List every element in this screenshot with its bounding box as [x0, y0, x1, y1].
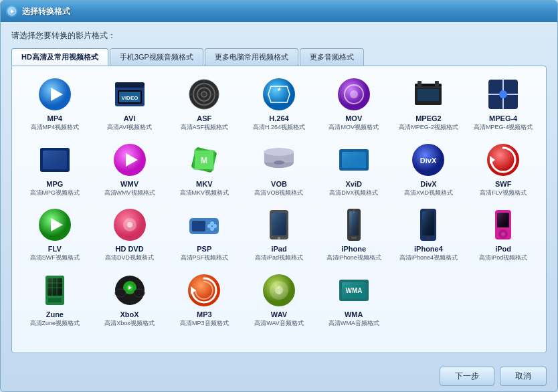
format-divx-label: DivX	[420, 180, 436, 188]
format-flv[interactable]: FLV 高清SWF视频格式	[17, 203, 92, 266]
format-mov-label: MOV	[345, 114, 362, 122]
svg-rect-64	[272, 213, 286, 235]
format-wav[interactable]: ♪ ♫ WAV 高清WAV音频格式	[242, 269, 316, 332]
format-mpeg4-label: MPEG-4	[489, 114, 517, 122]
format-psp[interactable]: PSP 高清PSF视频格式	[167, 203, 242, 266]
format-zune-label: Zune	[46, 310, 64, 318]
svg-point-55	[127, 222, 132, 227]
format-psp-label: PSP	[197, 245, 211, 253]
next-button[interactable]: 下一步	[440, 367, 494, 386]
svg-rect-33	[43, 151, 67, 169]
format-vob-label: VOB	[271, 180, 287, 188]
format-hddvd[interactable]: HD DVD 高清DVD视频格式	[92, 203, 167, 266]
format-wmv[interactable]: WMV 高清WMV视频格式	[92, 138, 167, 201]
format-mpeg2[interactable]: MPEG2 高清MPEG-2视频格式	[391, 73, 466, 136]
window-title: 选择转换格式	[22, 6, 70, 17]
titlebar: 选择转换格式	[1, 1, 557, 22]
format-mkv-desc: 高清MKV视频格式	[180, 189, 229, 197]
tab-hd[interactable]: HD高清及常用视频格式	[11, 48, 108, 66]
format-iphone4[interactable]: iPhone4 高清iPhone4视频格式	[391, 203, 466, 266]
format-ipod-desc: 高清iPod视频格式	[479, 254, 527, 262]
svg-rect-85	[48, 298, 62, 302]
svg-text:♫: ♫	[277, 290, 281, 296]
format-mpeg4-desc: 高清MPEG-4视频格式	[474, 124, 533, 132]
tab-mobile[interactable]: 手机3GP视频音频格式	[110, 48, 203, 66]
format-grid: MP4 高清MP4视频格式 VIDEO AVI 高清AVI	[17, 73, 541, 332]
format-avi[interactable]: VIDEO AVI 高清AVI视频格式	[92, 73, 167, 136]
format-iphone-label: iPhone	[341, 245, 366, 253]
format-zune[interactable]: Zune 高清Zune视频格式	[17, 269, 92, 332]
format-flv-desc: 高清SWF视频格式	[30, 254, 80, 262]
svg-text:M: M	[201, 156, 207, 165]
format-psp-desc: 高清PSF视频格式	[181, 254, 229, 262]
main-window: 选择转换格式 请选择您要转换的影片格式： HD高清及常用视频格式 手机3GP视频…	[0, 0, 558, 392]
format-swf-desc: 高清FLV视频格式	[480, 189, 527, 197]
svg-point-92	[115, 289, 126, 297]
format-mp4[interactable]: MP4 高清MP4视频格式	[17, 73, 92, 136]
format-mp4-desc: 高清MP4视频格式	[31, 124, 80, 132]
svg-rect-25	[417, 89, 439, 101]
format-wma-label: WMA	[345, 310, 363, 318]
footer: 下一步 取消	[1, 361, 557, 391]
format-iphone4-desc: 高清iPhone4视频格式	[399, 254, 458, 262]
content-area: 请选择您要转换的影片格式： HD高清及常用视频格式 手机3GP视频音频格式 更多…	[1, 22, 557, 361]
format-ipad-label: iPad	[271, 245, 286, 253]
svg-point-65	[278, 237, 280, 239]
format-wav-desc: 高清WAV音频格式	[254, 320, 304, 328]
svg-text:WMA: WMA	[345, 287, 362, 294]
format-mpeg2-label: MPEG2	[415, 114, 442, 122]
format-wma[interactable]: WMA WMA 高清WMA音频格式	[316, 269, 391, 332]
format-mov[interactable]: MOV 高清MOV视频格式	[316, 73, 391, 136]
svg-point-60	[207, 224, 211, 228]
svg-text:♪: ♪	[278, 284, 280, 290]
svg-text:VIDEO: VIDEO	[121, 95, 138, 101]
format-panel: MP4 高清MP4视频格式 VIDEO AVI 高清AVI	[11, 66, 547, 353]
svg-rect-74	[422, 211, 434, 235]
format-avi-label: AVI	[124, 114, 136, 122]
format-mpg-label: MPG	[46, 180, 63, 188]
format-mpg[interactable]: MPG 高清MPG视频格式	[17, 138, 92, 201]
svg-rect-69	[351, 237, 357, 239]
tab-pc[interactable]: 更多电脑常用视频格式	[205, 48, 298, 66]
format-h264-desc: 高清H.264视频格式	[253, 124, 305, 132]
format-xvid[interactable]: XviD 高清DivX视频格式	[316, 138, 391, 201]
format-mp3[interactable]: MP3 高清MP3音频格式	[167, 269, 242, 332]
format-wmv-desc: 高清WMV视频格式	[104, 189, 155, 197]
svg-point-71	[353, 211, 355, 213]
format-asf-desc: 高清ASF视频格式	[181, 124, 229, 132]
format-ipad-desc: 高清iPad视频格式	[255, 254, 303, 262]
format-asf[interactable]: ASF 高清ASF视频格式	[167, 73, 242, 136]
format-mpeg2-desc: 高清MPEG-2视频格式	[399, 124, 458, 132]
format-mpg-desc: 高清MPG视频格式	[30, 189, 80, 197]
format-ipad[interactable]: iPad 高清iPad视频格式	[242, 203, 316, 266]
format-xbox[interactable]: XboX 高清Xbox视频格式	[92, 269, 167, 332]
format-vob[interactable]: VOB 高清VOB视频格式	[242, 138, 316, 201]
format-iphone4-label: iPhone4	[414, 245, 443, 253]
format-hddvd-label: HD DVD	[115, 245, 143, 253]
format-iphone[interactable]: iPhone 高清iPhone视频格式	[316, 203, 391, 266]
tab-audio[interactable]: 更多音频格式	[300, 48, 364, 66]
svg-point-81	[501, 232, 505, 236]
format-swf[interactable]: SWF 高清FLV视频格式	[466, 138, 541, 201]
svg-rect-24	[435, 81, 439, 86]
svg-rect-23	[417, 81, 422, 86]
tab-bar: HD高清及常用视频格式 手机3GP视频音频格式 更多电脑常用视频格式 更多音频格…	[11, 48, 547, 66]
format-wmv-label: WMV	[120, 180, 138, 188]
svg-point-42	[264, 148, 294, 156]
format-wma-desc: 高清WMA音频格式	[329, 320, 379, 328]
format-xvid-label: XviD	[345, 180, 361, 188]
format-asf-label: ASF	[197, 114, 211, 122]
svg-point-43	[274, 161, 284, 165]
format-mp3-label: MP3	[197, 310, 212, 318]
format-avi-desc: 高清AVI视频格式	[107, 124, 153, 132]
format-ipod[interactable]: iPod 高清iPod视频格式	[466, 203, 541, 266]
format-mkv[interactable]: M MKV 高清MKV视频格式	[167, 138, 242, 201]
format-xbox-label: XboX	[120, 310, 139, 318]
format-divx[interactable]: DivX DivX 高清XviD视频格式	[391, 138, 466, 201]
svg-point-61	[213, 224, 217, 228]
cancel-button[interactable]: 取消	[500, 367, 547, 386]
format-h264[interactable]: ★ H.264 高清H.264视频格式	[242, 73, 316, 136]
format-mov-desc: 高清MOV视频格式	[329, 124, 379, 132]
window-icon	[6, 5, 18, 17]
format-mpeg4[interactable]: MPEG-4 高清MPEG-4视频格式	[466, 73, 541, 136]
